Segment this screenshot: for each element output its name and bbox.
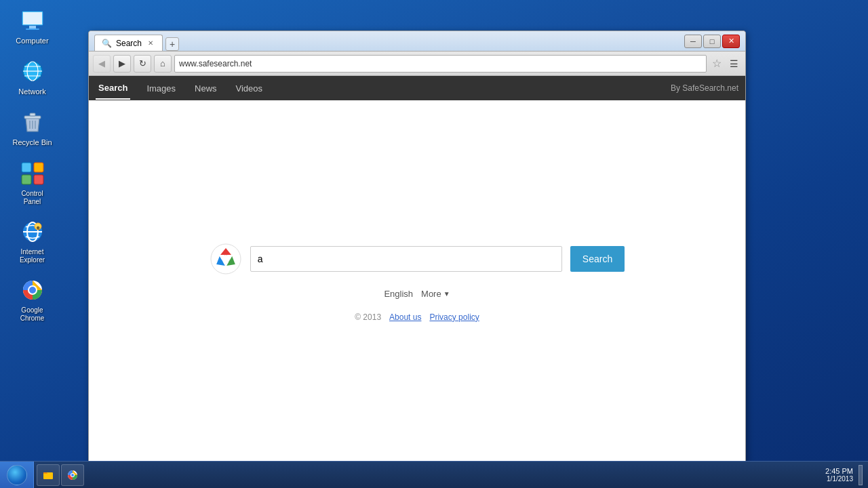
privacy-policy-link[interactable]: Privacy policy: [429, 312, 479, 322]
desktop-icon-google-chrome[interactable]: GoogleChrome: [7, 277, 58, 323]
desktop: Computer Network: [0, 0, 868, 488]
taskbar-item-explorer[interactable]: [37, 464, 60, 486]
computer-icon-label: Computer: [16, 37, 48, 45]
chrome-icon-label: GoogleChrome: [20, 306, 45, 323]
svg-rect-16: [22, 175, 31, 184]
close-button[interactable]: ✕: [722, 35, 740, 48]
chrome-taskbar-icon: [67, 470, 78, 481]
desktop-icons: Computer Network: [7, 7, 58, 323]
favorites-button[interactable]: ☆: [709, 57, 724, 70]
tab-close-button[interactable]: ✕: [146, 39, 155, 47]
menu-button[interactable]: ☰: [727, 58, 741, 69]
tab-favicon: 🔍: [102, 39, 112, 48]
control-panel-icon-label: ControlPanel: [21, 190, 43, 206]
forward-button[interactable]: ▶: [113, 55, 131, 73]
svg-rect-17: [34, 175, 43, 184]
desktop-icon-recycle-bin[interactable]: Recycle Bin: [7, 108, 58, 147]
taskbar-tray: 2:45 PM 1/1/2013: [820, 465, 868, 485]
window-controls: ─ □ ✕: [684, 35, 740, 48]
browser-content: Search English More ▼ © 2013 About us Pr…: [89, 100, 745, 464]
folder-icon: [43, 470, 54, 481]
more-label: More: [421, 289, 441, 299]
more-dropdown[interactable]: More ▼: [421, 289, 450, 299]
tab-label: Search: [116, 39, 142, 48]
svg-rect-9: [24, 116, 41, 119]
start-orb: [7, 465, 27, 485]
network-icon-label: Network: [18, 87, 45, 96]
dropdown-arrow-icon: ▼: [443, 290, 450, 298]
svg-point-27: [222, 255, 230, 263]
search-button[interactable]: Search: [570, 246, 625, 272]
refresh-button[interactable]: ↻: [134, 55, 151, 73]
desktop-icon-internet-explorer[interactable]: e InternetExplorer: [7, 218, 58, 264]
tab-search[interactable]: Search: [96, 77, 130, 100]
minimize-button[interactable]: ─: [684, 35, 702, 48]
svg-point-31: [71, 474, 74, 476]
search-row: Search: [210, 243, 625, 275]
taskbar-item-chrome[interactable]: [61, 464, 84, 486]
desktop-icon-control-panel[interactable]: ControlPanel: [7, 160, 58, 206]
safesearch-logo: [210, 243, 242, 275]
svg-rect-1: [23, 12, 42, 24]
tab-area: 🔍 Search ✕ +: [94, 31, 684, 51]
nav-bar: ◀ ▶ ↻ ⌂ ☆ ☰: [89, 52, 745, 76]
copyright-text: © 2013: [355, 312, 381, 322]
desktop-icon-computer[interactable]: Computer: [7, 7, 58, 45]
browser-tab[interactable]: 🔍 Search ✕: [94, 35, 163, 51]
desktop-icon-network[interactable]: Network: [7, 58, 58, 96]
title-bar: 🔍 Search ✕ + ─ □ ✕: [89, 31, 745, 52]
address-bar-container: [174, 55, 707, 73]
svg-point-25: [29, 287, 36, 293]
svg-text:e: e: [37, 225, 39, 230]
svg-rect-3: [26, 28, 39, 30]
svg-rect-14: [22, 163, 31, 172]
new-tab-button[interactable]: +: [165, 37, 179, 51]
footer-row: © 2013 About us Privacy policy: [355, 312, 479, 322]
svg-rect-2: [29, 26, 36, 28]
maximize-button[interactable]: □: [703, 35, 721, 48]
ie-icon-label: InternetExplorer: [20, 248, 45, 264]
tab-news[interactable]: News: [192, 78, 220, 99]
svg-rect-15: [34, 163, 43, 172]
tab-videos[interactable]: Videos: [233, 78, 266, 99]
search-input[interactable]: [250, 246, 562, 272]
svg-rect-10: [30, 113, 35, 116]
taskbar: 2:45 PM 1/1/2013: [0, 461, 868, 488]
language-label[interactable]: English: [384, 289, 413, 299]
start-button[interactable]: [0, 462, 34, 489]
taskbar-items: [34, 462, 820, 488]
search-container: Search English More ▼ © 2013 About us Pr…: [210, 243, 625, 322]
language-row: English More ▼: [384, 289, 450, 299]
address-bar[interactable]: [179, 59, 702, 68]
show-desktop-button[interactable]: [859, 465, 863, 485]
system-clock: 2:45 PM 1/1/2013: [825, 467, 853, 483]
by-safesearch-label: By SafeSearch.net: [671, 83, 738, 93]
tab-images[interactable]: Images: [144, 78, 178, 99]
browser-nav-tabs: Search Images News Videos By SafeSearch.…: [89, 76, 745, 100]
recycle-bin-icon-label: Recycle Bin: [12, 138, 52, 147]
back-button[interactable]: ◀: [93, 55, 111, 73]
home-button[interactable]: ⌂: [154, 55, 172, 73]
browser-window: 🔍 Search ✕ + ─ □ ✕ ◀ ▶ ↻ ⌂ ☆ ☰: [88, 30, 746, 464]
about-us-link[interactable]: About us: [389, 312, 421, 322]
